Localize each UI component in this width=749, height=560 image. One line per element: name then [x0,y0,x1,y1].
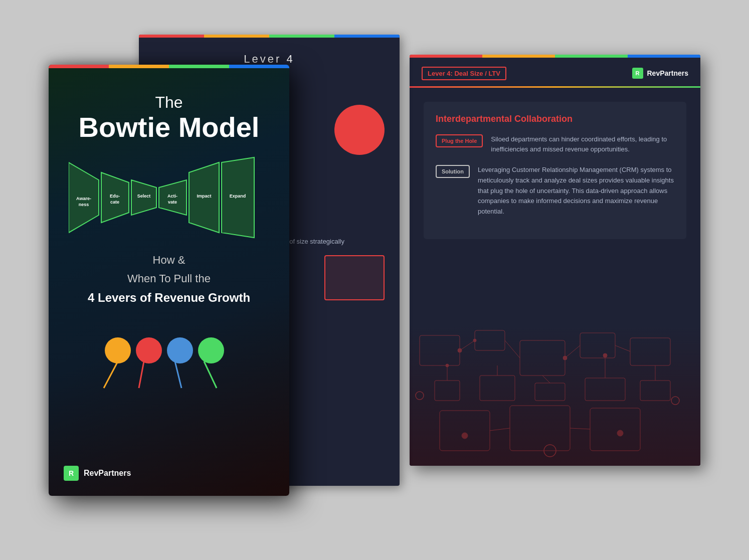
cover-the: The [69,93,269,112]
svg-point-30 [671,397,679,405]
front-cover: The Bowtie Model Aware- ness Edu- cate S… [49,65,289,496]
dots-section [49,330,289,391]
svg-text:Impact: Impact [197,194,211,199]
collab-card: Interdepartmental Collaboration Plug the… [424,102,686,240]
plug-the-hole-text: Siloed departments can hinder coordinate… [491,134,674,155]
svg-rect-2 [520,340,565,376]
solution-row: Solution Leveraging Customer Relationshi… [436,165,674,217]
doc-header: Lever 4: Deal Size / LTV R RevPartners [410,58,700,86]
svg-text:cate: cate [110,200,119,205]
collab-title: Interdepartmental Collaboration [436,114,674,124]
mid-red-circle [334,105,385,155]
svg-rect-26 [590,408,640,451]
svg-text:Acti-: Acti- [167,194,177,199]
svg-point-21 [563,356,567,360]
svg-text:vate: vate [168,200,177,205]
front-content: The Bowtie Model Aware- ness Edu- cate S… [49,68,289,320]
svg-rect-7 [535,383,565,401]
svg-rect-5 [435,381,460,401]
svg-line-49 [104,361,118,388]
orange-dot [105,337,131,363]
svg-point-33 [617,430,623,436]
doc-bottom-graphic [410,325,700,466]
svg-point-20 [473,339,476,342]
back-document: Lever 4: Deal Size / LTV R RevPartners I… [410,55,700,466]
mid-red-box [324,255,385,300]
svg-text:Expand: Expand [230,194,246,199]
svg-point-19 [458,348,462,352]
rp-icon-small: R [632,68,643,79]
dots-svg [99,335,239,391]
svg-line-13 [615,345,630,351]
svg-rect-8 [585,378,625,401]
svg-point-22 [446,364,449,367]
svg-rect-0 [420,335,460,365]
rp-icon: R [64,466,79,481]
svg-line-28 [570,428,590,429]
bowtie-svg: Aware- ness Edu- cate Select Acti- vate [69,152,279,243]
plug-the-hole-button[interactable]: Plug the Hole [436,134,483,147]
svg-text:Aware-: Aware- [76,196,91,201]
svg-line-12 [565,345,580,358]
svg-rect-6 [480,376,515,401]
plug-the-hole-row: Plug the Hole Siloed departments can hin… [436,134,674,155]
svg-line-10 [460,340,475,350]
bowtie-diagram: Aware- ness Edu- cate Select Acti- vate [69,152,279,243]
solution-text: Leveraging Customer Relationship Managem… [478,165,674,217]
svg-rect-24 [440,411,490,451]
cover-subtitle-line1: How & [69,253,269,268]
revpartners-logo: R RevPartners [64,466,131,481]
svg-line-27 [490,428,510,431]
svg-point-23 [603,353,607,357]
revpartners-logo-small: R RevPartners [632,68,689,79]
front-footer: R RevPartners [49,466,289,481]
svg-line-11 [505,340,520,358]
green-dot [198,337,224,363]
cover-subtitle-bold: 4 Levers of Revenue Growth [69,290,269,305]
lever-badge: Lever 4: Deal Size / LTV [422,67,506,80]
cover-subtitle-line2: When To Pull the [69,271,269,287]
svg-text:ness: ness [79,202,89,207]
svg-rect-9 [640,381,670,401]
svg-rect-25 [510,406,570,451]
svg-point-29 [416,392,424,400]
svg-text:Edu-: Edu- [110,194,120,199]
revpartners-name-small: RevPartners [647,69,689,77]
doc-content: Interdepartmental Collaboration Plug the… [410,88,700,260]
svg-rect-4 [630,338,670,365]
red-dot [136,337,162,363]
circuit-svg [410,325,700,466]
front-top-bar [49,65,289,68]
svg-line-50 [139,361,144,388]
svg-point-32 [462,433,468,439]
revpartners-name: RevPartners [84,469,131,478]
svg-line-51 [175,361,181,388]
svg-line-52 [204,361,217,388]
svg-text:Select: Select [137,194,151,199]
cover-main-title: Bowtie Model [69,112,269,143]
blue-dot [167,337,193,363]
solution-button[interactable]: Solution [436,165,470,178]
svg-rect-1 [475,330,505,350]
svg-rect-3 [580,333,615,358]
svg-line-16 [542,376,550,383]
scene: Lever 4: Deal Size / LTV R RevPartners I… [49,35,700,526]
